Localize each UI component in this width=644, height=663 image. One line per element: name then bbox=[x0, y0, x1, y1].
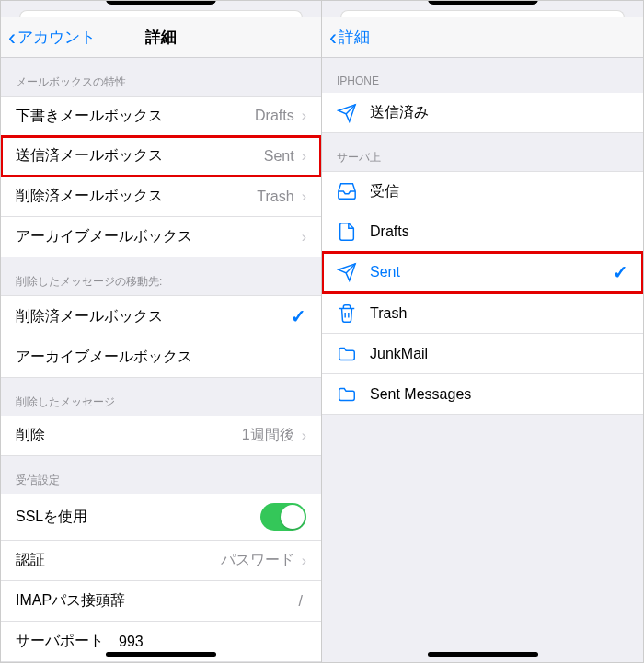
cell-value: Trash bbox=[257, 189, 293, 205]
row-imap-prefix[interactable]: IMAPパス接頭辞 / bbox=[1, 581, 321, 622]
home-indicator bbox=[428, 652, 538, 657]
notch bbox=[1, 1, 321, 10]
cell-label: サーバポート bbox=[16, 632, 104, 651]
row-mailbox[interactable]: アーカイブメールボックス› bbox=[1, 217, 321, 257]
port-value[interactable]: 993 bbox=[119, 634, 144, 650]
back-label: アカウント bbox=[17, 27, 96, 48]
chevron-left-icon: ‹ bbox=[8, 27, 16, 49]
folder-icon bbox=[337, 344, 357, 364]
card-stack-hint bbox=[340, 10, 625, 17]
navbar: ‹ 詳細 bbox=[322, 17, 643, 58]
cell-label: 受信 bbox=[370, 182, 628, 201]
spacer bbox=[322, 415, 643, 662]
cell-label: 認証 bbox=[16, 551, 221, 570]
chevron-right-icon: › bbox=[302, 148, 306, 165]
send-icon bbox=[337, 103, 357, 123]
cell-label: 削除済メールボックス bbox=[16, 307, 291, 326]
row-iphone-sent[interactable]: 送信済み bbox=[322, 93, 643, 133]
cell-label: 送信済メールボックス bbox=[16, 146, 264, 166]
send-icon bbox=[337, 262, 357, 282]
cell-label: 削除 bbox=[16, 426, 242, 445]
phone-right: ‹ 詳細 IPHONE 送信済み サーバ上 受信DraftsSent✓Trash… bbox=[322, 1, 643, 662]
section-header-move: 削除したメッセージの移動先: bbox=[1, 257, 321, 295]
chevron-right-icon: › bbox=[302, 553, 306, 569]
cell-label: 下書きメールボックス bbox=[16, 107, 255, 126]
cell-value: Drafts bbox=[255, 108, 294, 124]
cell-value: パスワード bbox=[221, 551, 294, 570]
chevron-left-icon: ‹ bbox=[329, 27, 337, 49]
chevron-right-icon: › bbox=[302, 428, 306, 444]
row-server-folder[interactable]: Sent✓ bbox=[322, 252, 643, 293]
screenshot-pair: ‹ アカウント 詳細 メールボックスの特性 下書きメールボックスDrafts›送… bbox=[0, 0, 644, 663]
row-move-dest[interactable]: アーカイブメールボックス bbox=[1, 337, 321, 378]
row-move-dest[interactable]: 削除済メールボックス✓ bbox=[1, 295, 321, 337]
row-server-folder[interactable]: 受信 bbox=[322, 171, 643, 211]
checkmark-icon: ✓ bbox=[291, 305, 306, 327]
chevron-right-icon: › bbox=[302, 108, 306, 124]
file-icon bbox=[337, 222, 357, 242]
cell-label: 削除済メールボックス bbox=[16, 187, 257, 206]
cell-value: / bbox=[299, 593, 303, 610]
section-header-mailbox: メールボックスの特性 bbox=[1, 58, 321, 96]
section-header-iphone: IPHONE bbox=[322, 58, 643, 93]
row-server-folder[interactable]: JunkMail bbox=[322, 334, 643, 374]
cell-label: JunkMail bbox=[370, 346, 628, 362]
checkmark-icon: ✓ bbox=[613, 261, 628, 283]
row-mailbox[interactable]: 下書きメールボックスDrafts› bbox=[1, 96, 321, 136]
row-server-folder[interactable]: Sent Messages bbox=[322, 374, 643, 415]
home-indicator bbox=[106, 652, 216, 657]
cell-label: Drafts bbox=[370, 223, 628, 240]
cell-label: IMAPパス接頭辞 bbox=[16, 591, 299, 611]
trash-icon bbox=[337, 303, 357, 324]
cell-label: Sent Messages bbox=[370, 386, 628, 403]
folder-icon bbox=[337, 384, 357, 405]
section-header-recv: 受信設定 bbox=[1, 456, 321, 494]
notch bbox=[322, 1, 643, 10]
cell-label: 送信済み bbox=[370, 103, 628, 122]
toggle-ssl[interactable] bbox=[260, 503, 306, 531]
section-header-server: サーバ上 bbox=[322, 133, 643, 171]
row-server-folder[interactable]: Trash bbox=[322, 293, 643, 334]
row-delete[interactable]: 削除 1週間後 › bbox=[1, 416, 321, 456]
row-ssl[interactable]: SSLを使用 bbox=[1, 494, 321, 541]
cell-label: アーカイブメールボックス bbox=[16, 227, 298, 246]
back-button[interactable]: ‹ アカウント bbox=[8, 27, 96, 49]
row-auth[interactable]: 認証 パスワード › bbox=[1, 541, 321, 581]
cell-label: SSLを使用 bbox=[16, 508, 260, 527]
row-server-folder[interactable]: Drafts bbox=[322, 211, 643, 252]
back-label: 詳細 bbox=[339, 27, 370, 48]
section-header-deleted: 削除したメッセージ bbox=[1, 378, 321, 416]
cell-label: Trash bbox=[370, 305, 628, 322]
row-mailbox[interactable]: 削除済メールボックスTrash› bbox=[1, 177, 321, 217]
cell-value: 1週間後 bbox=[242, 426, 294, 445]
chevron-right-icon: › bbox=[302, 229, 306, 246]
navbar: ‹ アカウント 詳細 bbox=[1, 17, 321, 58]
cell-value: Sent bbox=[264, 148, 294, 165]
phone-left: ‹ アカウント 詳細 メールボックスの特性 下書きメールボックスDrafts›送… bbox=[1, 1, 322, 662]
back-button[interactable]: ‹ 詳細 bbox=[329, 27, 370, 49]
row-mailbox[interactable]: 送信済メールボックスSent› bbox=[1, 136, 321, 177]
card-stack-hint bbox=[19, 10, 303, 17]
cell-label: アーカイブメールボックス bbox=[16, 348, 306, 367]
inbox-icon bbox=[337, 181, 357, 201]
chevron-right-icon: › bbox=[302, 189, 306, 205]
cell-label: Sent bbox=[370, 264, 613, 280]
